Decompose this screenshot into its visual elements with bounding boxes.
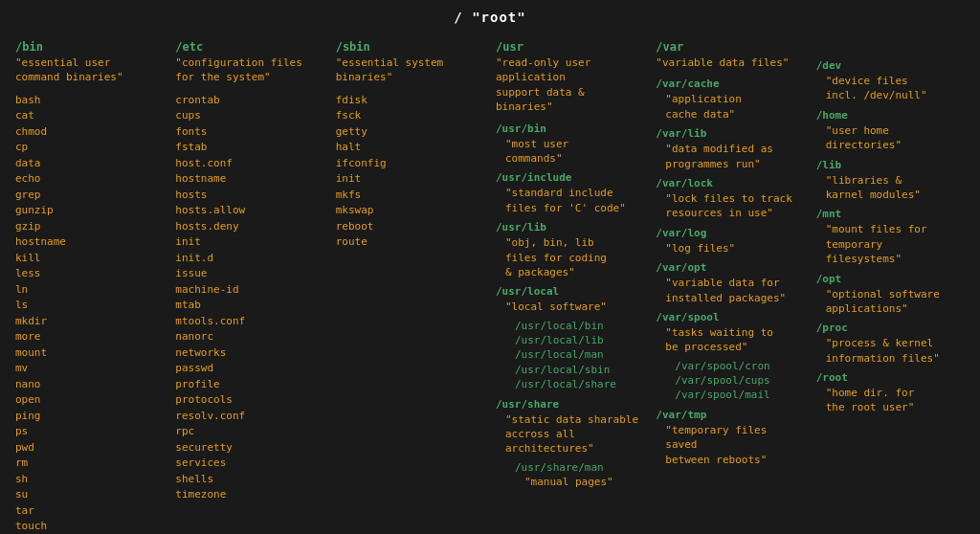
sbin-fdisk: fdisk [336, 93, 484, 109]
varspool-cron: /var/spool/cron [675, 359, 804, 373]
bin-cat: cat [15, 108, 164, 124]
sbin-desc: "essential systembinaries" [336, 56, 484, 85]
bin-su: su [15, 487, 164, 503]
etc-issue: issue [175, 266, 323, 282]
bin-kill: kill [15, 251, 164, 267]
bin-mount: mount [15, 345, 164, 362]
column-bin: /bin "essential usercommand binaries" ba… [10, 40, 169, 534]
bin-bash: bash [15, 93, 164, 109]
varcache-desc: "applicationcache data" [665, 92, 804, 122]
usrlocal-desc: "local software" [505, 300, 644, 314]
column-var: /var "variable data files" /var/cache "a… [650, 40, 810, 471]
bin-more: more [15, 329, 164, 345]
sbin-init: init [336, 171, 484, 188]
root-title: / "root" [10, 10, 970, 25]
varlog-heading: /var/log [656, 227, 804, 239]
bin-mkdir: mkdir [15, 314, 164, 330]
etc-crontab: crontab [175, 93, 323, 109]
etc-initd: init.d [175, 251, 323, 267]
etc-networks: networks [175, 345, 323, 362]
etc-resolvconf: resolv.conf [175, 409, 323, 425]
usrshare-heading: /usr/share [496, 398, 644, 411]
etc-nanorc: nanorc [175, 329, 323, 345]
mnt-desc: "mount files fortemporaryfilesystems" [826, 222, 965, 266]
bin-gzip: gzip [15, 219, 164, 235]
lib-desc: "libraries &karnel modules" [826, 173, 965, 203]
bin-open: open [15, 392, 164, 409]
dev-heading: /dev [816, 59, 965, 72]
etc-cups: cups [175, 108, 323, 124]
usrlocal-man: /usr/local/man [515, 347, 644, 362]
usrinclude-heading: /usr/include [496, 171, 644, 184]
bin-ps: ps [15, 424, 164, 440]
etc-profile: profile [175, 377, 323, 393]
bin-mv: mv [15, 361, 164, 377]
bin-grep: grep [15, 188, 164, 204]
bin-gunzip: gunzip [15, 203, 164, 219]
vartmp-desc: "temporary files savedbetween reboots" [665, 423, 804, 467]
bin-nano: nano [15, 377, 164, 393]
column-usr: /usr "read-only user applicationsupport … [490, 40, 650, 494]
etc-hosts: hosts [175, 188, 323, 204]
usrlib-heading: /usr/lib [496, 221, 644, 234]
etc-heading: /etc [175, 40, 323, 54]
sbin-halt: halt [336, 140, 484, 156]
sbin-heading: /sbin [336, 40, 484, 54]
mnt-heading: /mnt [816, 208, 965, 220]
proc-desc: "process & kernelinformation files" [826, 336, 965, 366]
bin-pwd: pwd [15, 440, 164, 456]
rootdir-heading: /root [816, 371, 965, 384]
sbin-mkfs: mkfs [336, 188, 484, 204]
bin-cp: cp [15, 140, 164, 156]
var-heading: /var [656, 40, 804, 54]
etc-fonts: fonts [175, 124, 323, 141]
usrlocal-share: /usr/local/share [515, 377, 644, 391]
varlock-heading: /var/lock [656, 177, 804, 189]
etc-mtoolsconf: mtools.conf [175, 314, 323, 330]
opt-desc: "optional softwareapplications" [826, 287, 965, 317]
bin-touch: touch [15, 519, 164, 534]
usrshare-desc: "static data sharableaccross all archite… [505, 412, 644, 456]
etc-shells: shells [175, 472, 323, 488]
etc-securetty: securetty [175, 440, 323, 456]
usr-heading: /usr [496, 40, 644, 54]
usrshare-man-desc: "manual pages" [524, 475, 644, 489]
etc-hostsdeny: hosts.deny [175, 219, 323, 235]
sbin-ifconfig: ifconfig [336, 156, 484, 172]
sbin-fsck: fsck [336, 108, 484, 124]
varcache-heading: /var/cache [656, 78, 804, 90]
usrbin-heading: /usr/bin [496, 122, 644, 135]
usrlocal-bin: /usr/local/bin [515, 319, 644, 333]
etc-machineid: machine-id [175, 282, 323, 299]
var-desc: "variable data files" [656, 56, 804, 70]
etc-timezone: timezone [175, 487, 323, 503]
etc-hostsallow: hosts.allow [175, 203, 323, 219]
varspool-desc: "tasks waiting tobe processed" [665, 325, 804, 355]
columns-wrapper: /bin "essential usercommand binaries" ba… [10, 40, 970, 534]
usrlocal-sbin: /usr/local/sbin [515, 363, 644, 377]
etc-hostname: hostname [175, 171, 323, 188]
sbin-route: route [336, 234, 484, 251]
dev-desc: "device filesincl. /dev/null" [826, 74, 965, 103]
usrshare-man: /usr/share/man [515, 460, 644, 475]
etc-services: services [175, 456, 323, 472]
opt-heading: /opt [816, 273, 965, 285]
bin-ping: ping [15, 409, 164, 425]
etc-rpc: rpc [175, 424, 323, 440]
varspool-mail: /var/spool/mail [675, 388, 804, 402]
etc-desc: "configuration filesfor the system" [175, 56, 323, 85]
varopt-desc: "variable data forinstalled packages" [665, 276, 804, 305]
home-heading: /home [816, 109, 965, 122]
bin-ln: ln [15, 282, 164, 299]
usrlib-desc: "obj, bin, libfiles for coding& packages… [505, 235, 644, 279]
varopt-heading: /var/opt [656, 261, 804, 274]
bin-less: less [15, 266, 164, 282]
varlock-desc: "lock files to trackresources in use" [665, 191, 804, 221]
bin-heading: /bin [15, 40, 164, 54]
sbin-reboot: reboot [336, 219, 484, 235]
varspool-cups: /var/spool/cups [675, 373, 804, 388]
varlib-desc: "data modified asprogrammes run" [665, 142, 804, 171]
sbin-getty: getty [336, 124, 484, 141]
bin-hostname: hostname [15, 234, 164, 251]
rootdir-desc: "home dir. forthe root user" [826, 386, 965, 415]
